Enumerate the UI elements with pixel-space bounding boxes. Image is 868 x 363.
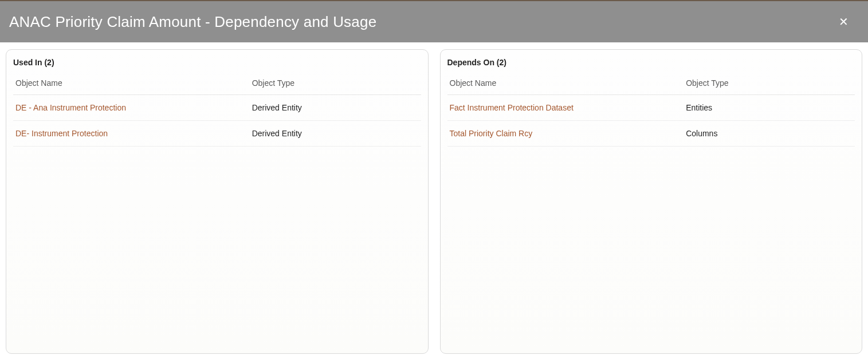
- table-row: DE - Ana Instrument Protection Derived E…: [13, 95, 421, 121]
- col-header-object-name: Object Name: [447, 73, 684, 95]
- panel-depends-on: Depends On (2) Object Name Object Type F…: [440, 49, 863, 354]
- object-type-value: Derived Entity: [252, 129, 302, 138]
- panel-depends-on-heading: Depends On (2): [441, 50, 862, 69]
- object-type-value: Columns: [686, 129, 717, 138]
- dialog-body: Used In (2) Object Name Object Type DE -…: [0, 42, 868, 361]
- table-row: Total Priority Claim Rcy Columns: [447, 121, 855, 147]
- col-header-object-type: Object Type: [684, 73, 855, 95]
- dialog-header: ANAC Priority Claim Amount - Dependency …: [0, 0, 868, 42]
- dialog-title: ANAC Priority Claim Amount - Dependency …: [9, 13, 376, 31]
- col-header-object-type: Object Type: [250, 73, 421, 95]
- object-name-link[interactable]: Fact Instrument Protection Dataset: [450, 103, 574, 112]
- close-icon[interactable]: ✕: [835, 13, 852, 31]
- table-row: Fact Instrument Protection Dataset Entit…: [447, 95, 855, 121]
- object-type-value: Derived Entity: [252, 103, 302, 112]
- object-name-link[interactable]: DE - Ana Instrument Protection: [15, 103, 126, 112]
- used-in-table: Object Name Object Type DE - Ana Instrum…: [13, 73, 421, 147]
- panel-used-in: Used In (2) Object Name Object Type DE -…: [6, 49, 429, 354]
- object-name-link[interactable]: Total Priority Claim Rcy: [450, 129, 533, 138]
- object-type-value: Entities: [686, 103, 712, 112]
- depends-on-table: Object Name Object Type Fact Instrument …: [447, 73, 855, 147]
- table-row: DE- Instrument Protection Derived Entity: [13, 121, 421, 147]
- object-name-link[interactable]: DE- Instrument Protection: [15, 129, 108, 138]
- col-header-object-name: Object Name: [13, 73, 250, 95]
- panel-used-in-heading: Used In (2): [6, 50, 428, 69]
